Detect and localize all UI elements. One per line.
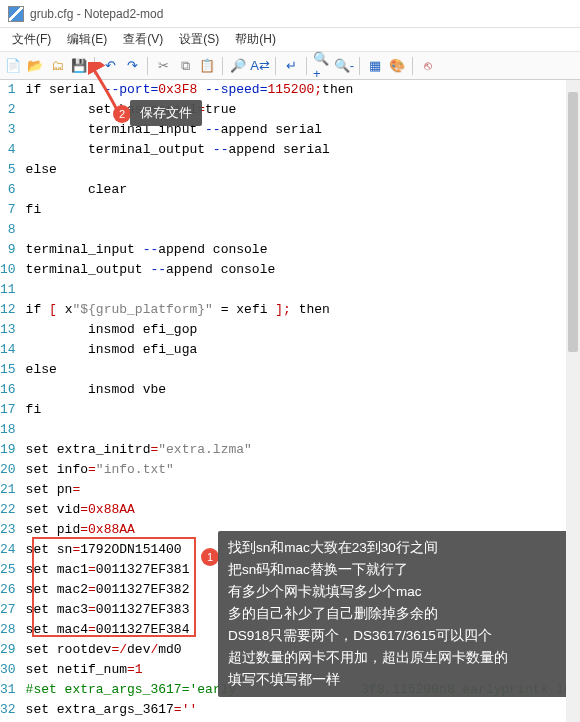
line-number: 23 [0,520,16,540]
line-number: 2 [0,100,16,120]
tooltip-line: 把sn码和mac替换一下就行了 [228,559,560,581]
window-title: grub.cfg - Notepad2-mod [30,7,163,21]
line-number: 31 [0,680,16,700]
line-number: 18 [0,420,16,440]
line-number: 14 [0,340,16,360]
line-number: 19 [0,440,16,460]
separator [306,57,307,75]
open-file-icon[interactable]: 📂 [26,57,44,75]
menu-edit[interactable]: 编辑(E) [59,31,115,48]
menu-view[interactable]: 查看(V) [115,31,171,48]
code-line[interactable]: fi [26,400,580,420]
copy-icon[interactable]: ⧉ [176,57,194,75]
line-number: 30 [0,660,16,680]
code-line[interactable]: else [26,160,580,180]
line-number: 26 [0,580,16,600]
cut-icon[interactable]: ✂ [154,57,172,75]
info-tooltip: 找到sn和mac大致在23到30行之间把sn码和mac替换一下就行了有多少个网卡… [218,531,570,697]
toolbar: 📄 📂 🗂 💾 ↶ ↷ ✂ ⧉ 📋 🔎 A⇄ ↵ 🔍+ 🔍- ▦ 🎨 ⎋ [0,52,580,80]
code-line[interactable]: fi [26,200,580,220]
zoom-out-icon[interactable]: 🔍- [335,57,353,75]
line-number: 21 [0,480,16,500]
new-file-icon[interactable]: 📄 [4,57,22,75]
code-line[interactable]: else [26,360,580,380]
line-number: 13 [0,320,16,340]
redo-icon[interactable]: ↷ [123,57,141,75]
code-line[interactable]: terminal_output --append console [26,260,580,280]
line-number-gutter: 1234567891011121314151617181920212223242… [0,80,22,720]
code-line[interactable]: set vid=0x88AA [26,500,580,520]
tooltip-line: 找到sn和mac大致在23到30行之间 [228,537,560,559]
line-number: 3 [0,120,16,140]
line-number: 4 [0,140,16,160]
code-line[interactable]: insmod efi_uga [26,340,580,360]
separator [275,57,276,75]
tooltip-line: DS918只需要两个，DS3617/3615可以四个 [228,625,560,647]
code-line[interactable]: terminal_input --append serial [26,120,580,140]
save-tooltip: 保存文件 [130,100,202,126]
line-number: 27 [0,600,16,620]
code-line[interactable]: set info="info.txt" [26,460,580,480]
line-number: 16 [0,380,16,400]
line-number: 15 [0,360,16,380]
line-number: 5 [0,160,16,180]
line-number: 24 [0,540,16,560]
code-line[interactable]: set extra_initrd="extra.lzma" [26,440,580,460]
exit-icon[interactable]: ⎋ [419,57,437,75]
undo-icon[interactable]: ↶ [101,57,119,75]
menu-settings[interactable]: 设置(S) [171,31,227,48]
tooltip-line: 有多少个网卡就填写多少个mac [228,581,560,603]
line-number: 32 [0,700,16,720]
annotation-marker-2: 2 [113,105,131,123]
code-line[interactable]: if [ x"${grub_platform}" = xefi ]; then [26,300,580,320]
code-line[interactable]: set pn= [26,480,580,500]
separator [359,57,360,75]
vertical-scrollbar[interactable] [566,80,580,722]
line-number: 7 [0,200,16,220]
line-number: 29 [0,640,16,660]
line-number: 28 [0,620,16,640]
customize-icon[interactable]: 🎨 [388,57,406,75]
code-line[interactable]: clear [26,180,580,200]
code-line[interactable]: insmod vbe [26,380,580,400]
find-icon[interactable]: 🔎 [229,57,247,75]
zoom-in-icon[interactable]: 🔍+ [313,57,331,75]
tooltip-line: 多的自己补少了自己删除掉多余的 [228,603,560,625]
annotation-marker-1: 1 [201,548,219,566]
paste-icon[interactable]: 📋 [198,57,216,75]
separator [94,57,95,75]
tooltip-line: 填写不填写都一样 [228,669,560,691]
line-number: 6 [0,180,16,200]
code-line[interactable]: set has_serial=true [26,100,580,120]
line-number: 11 [0,280,16,300]
separator [412,57,413,75]
line-number: 22 [0,500,16,520]
code-line[interactable] [26,280,580,300]
browse-icon[interactable]: 🗂 [48,57,66,75]
line-number: 25 [0,560,16,580]
code-line[interactable]: if serial --port=0x3F8 --speed=115200;th… [26,80,580,100]
menu-help[interactable]: 帮助(H) [227,31,284,48]
scheme-icon[interactable]: ▦ [366,57,384,75]
scrollbar-thumb[interactable] [568,92,578,352]
wordwrap-icon[interactable]: ↵ [282,57,300,75]
code-line[interactable] [26,420,580,440]
menu-file[interactable]: 文件(F) [4,31,59,48]
line-number: 10 [0,260,16,280]
line-number: 17 [0,400,16,420]
replace-icon[interactable]: A⇄ [251,57,269,75]
line-number: 1 [0,80,16,100]
code-line[interactable]: terminal_output --append serial [26,140,580,160]
titlebar: grub.cfg - Notepad2-mod [0,0,580,28]
tooltip-line: 超过数量的网卡不用加，超出原生网卡数量的 [228,647,560,669]
line-number: 8 [0,220,16,240]
app-icon [8,6,24,22]
separator [147,57,148,75]
save-icon[interactable]: 💾 [70,57,88,75]
code-line[interactable]: terminal_input --append console [26,240,580,260]
separator [222,57,223,75]
code-line[interactable]: set extra_args_3617='' [26,700,580,720]
line-number: 20 [0,460,16,480]
code-line[interactable] [26,220,580,240]
code-line[interactable]: insmod efi_gop [26,320,580,340]
